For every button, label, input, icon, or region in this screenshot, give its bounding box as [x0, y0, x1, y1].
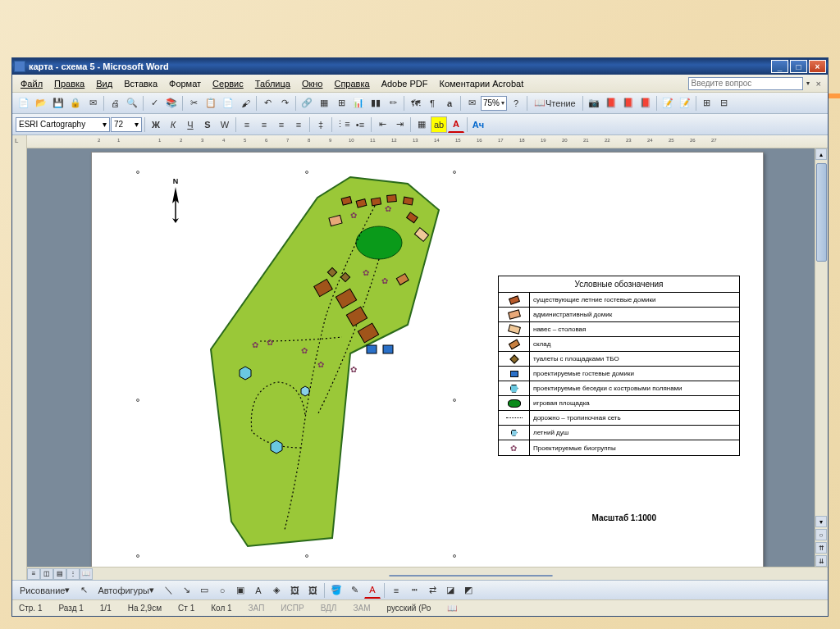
paste-button[interactable]: 📄 — [220, 95, 236, 112]
columns-button[interactable]: ▮▮ — [368, 95, 384, 112]
highlight-button[interactable]: ab — [431, 116, 447, 133]
font-name-combo[interactable]: ESRI Cartography▾ — [16, 117, 110, 132]
at-button[interactable]: a — [441, 95, 458, 112]
menu-insert[interactable]: Вставка — [119, 77, 162, 90]
borders-button[interactable]: ▦ — [413, 116, 430, 133]
scroll-down-button[interactable]: ▾ — [815, 516, 827, 527]
menu-file[interactable]: Файл — [16, 77, 48, 90]
bullets-button[interactable]: •≡ — [352, 116, 368, 133]
line-color-button[interactable]: ✎ — [346, 582, 363, 599]
help-button[interactable]: ? — [508, 95, 524, 112]
align-center-button[interactable]: ≡ — [256, 116, 272, 133]
spelling-button[interactable]: ✓ — [146, 95, 162, 112]
redo-button[interactable]: ↷ — [276, 95, 293, 112]
tables-borders-button[interactable]: ▦ — [316, 95, 332, 112]
undo-button[interactable]: ↶ — [259, 95, 276, 112]
menu-adobe-pdf[interactable]: Adobe PDF — [377, 77, 433, 90]
menu-tools[interactable]: Сервис — [208, 77, 249, 90]
autoshapes-menu[interactable]: Автофигуры ▾ — [94, 582, 158, 599]
scroll-up-button[interactable]: ▴ — [815, 148, 827, 160]
copy-button[interactable]: 📋 — [203, 95, 219, 112]
print-view-button[interactable]: ▤ — [53, 568, 66, 580]
arrow-style-button[interactable]: ⇄ — [424, 582, 441, 599]
align-left-button[interactable]: ≡ — [239, 116, 255, 133]
zoom-combo[interactable]: 75%▾ — [481, 96, 507, 111]
research-button[interactable]: 📚 — [163, 95, 180, 112]
italic-button[interactable]: К — [165, 116, 181, 133]
menu-window[interactable]: Окно — [297, 77, 328, 90]
drawing-menu[interactable]: Рисование ▾ — [16, 582, 74, 599]
pdf-button3[interactable]: 📕 — [637, 95, 654, 112]
browse-object-button[interactable]: ○ — [815, 529, 827, 540]
oval-button[interactable]: ○ — [214, 582, 231, 599]
help-close[interactable]: × — [813, 79, 824, 89]
hscroll-thumb[interactable] — [389, 575, 553, 577]
menu-table[interactable]: Таблица — [250, 77, 295, 90]
vertical-scrollbar[interactable]: ▴ ▾ ○ ⇈ ⇊ — [815, 148, 828, 567]
excel-button[interactable]: 📊 — [350, 95, 367, 112]
close-button[interactable]: × — [809, 60, 826, 73]
normal-view-button[interactable]: ≡ — [27, 568, 40, 580]
menu-format[interactable]: Формат — [164, 77, 206, 90]
new-doc-button[interactable]: 📄 — [16, 95, 32, 112]
menu-view[interactable]: Вид — [91, 77, 117, 90]
reading-view-button[interactable]: 📖 — [80, 568, 93, 580]
arrow-button[interactable]: ↘ — [178, 582, 194, 599]
line-spacing-button[interactable]: ‡ — [313, 116, 329, 133]
select-objects-button[interactable]: ↖ — [75, 582, 92, 599]
permission-button[interactable]: 🔒 — [67, 95, 84, 112]
dash-style-button[interactable]: ┅ — [406, 582, 422, 599]
camera-button[interactable]: 📷 — [586, 95, 602, 112]
hyperlink-button[interactable]: 🔗 — [299, 95, 315, 112]
show-marks-button[interactable]: ¶ — [424, 95, 441, 112]
underline-button[interactable]: Ч — [182, 116, 199, 133]
justify-button[interactable]: ≡ — [290, 116, 307, 133]
scroll-thumb[interactable] — [816, 163, 827, 262]
textbox-button[interactable]: ▣ — [232, 582, 249, 599]
wordart-insert-button[interactable]: A — [250, 582, 267, 599]
cut-button[interactable]: ✂ — [185, 95, 202, 112]
maximize-button[interactable]: □ — [790, 60, 807, 73]
shadow-button[interactable]: S — [199, 116, 216, 133]
bold-button[interactable]: Ж — [148, 116, 164, 133]
line-button[interactable]: ＼ — [160, 582, 176, 599]
outline-view-button[interactable]: ⋮ — [66, 568, 80, 580]
next-page-button[interactable]: ⇊ — [815, 555, 827, 567]
drawing-button[interactable]: ✏ — [385, 95, 401, 112]
shadow-style-button[interactable]: ◪ — [442, 582, 459, 599]
web-view-button[interactable]: ◫ — [40, 568, 53, 580]
lang-check-button[interactable]: Ач — [470, 116, 486, 133]
numbering-button[interactable]: ⋮≡ — [335, 116, 351, 133]
menu-edit[interactable]: Правка — [49, 77, 89, 90]
font-color-draw-button[interactable]: A — [364, 582, 381, 599]
print-preview-button[interactable]: 🔍 — [124, 95, 140, 112]
rectangle-button[interactable]: ▭ — [196, 582, 212, 599]
acrobat-button2[interactable]: 📝 — [677, 95, 693, 112]
insert-table-button[interactable]: ⊞ — [333, 95, 349, 112]
extra-button1[interactable]: ⊞ — [699, 95, 715, 112]
wordart-button[interactable]: W — [217, 116, 233, 133]
indent-button[interactable]: ⇥ — [391, 116, 408, 133]
extra-button2[interactable]: ⊟ — [716, 95, 733, 112]
reading-layout-button[interactable]: 📖 Чтение — [530, 95, 580, 112]
align-right-button[interactable]: ≡ — [273, 116, 290, 133]
envelope-button[interactable]: ✉ — [463, 95, 480, 112]
outdent-button[interactable]: ⇤ — [374, 116, 390, 133]
picture-button[interactable]: 🖼 — [304, 582, 321, 599]
line-style-button[interactable]: ≡ — [388, 582, 404, 599]
acrobat-button1[interactable]: 📝 — [660, 95, 676, 112]
print-button[interactable]: 🖨 — [107, 95, 123, 112]
menu-help[interactable]: Справка — [329, 77, 374, 90]
vertical-ruler[interactable]: L — [12, 135, 27, 580]
status-spell-icon[interactable]: 📖 — [444, 604, 460, 613]
open-button[interactable]: 📂 — [33, 95, 49, 112]
format-painter-button[interactable]: 🖌 — [237, 95, 253, 112]
diagram-button[interactable]: ◈ — [268, 582, 285, 599]
font-size-combo[interactable]: 72▾ — [111, 117, 142, 132]
email-button[interactable]: ✉ — [84, 95, 101, 112]
doc-map-button[interactable]: 🗺 — [407, 95, 423, 112]
pdf-button[interactable]: 📕 — [603, 95, 619, 112]
document-viewport[interactable]: N — [27, 148, 828, 567]
clipart-button[interactable]: 🖼 — [286, 582, 303, 599]
3d-style-button[interactable]: ◩ — [460, 582, 477, 599]
